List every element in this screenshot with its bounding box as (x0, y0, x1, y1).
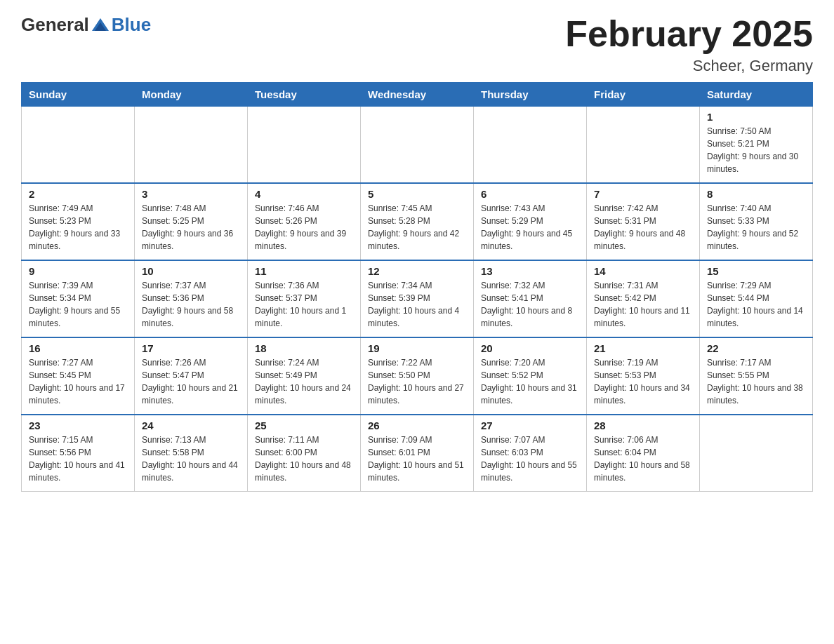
calendar-cell: 21Sunrise: 7:19 AM Sunset: 5:53 PM Dayli… (587, 337, 700, 415)
day-info: Sunrise: 7:32 AM Sunset: 5:41 PM Dayligh… (481, 279, 579, 330)
header-sunday: Sunday (22, 83, 135, 107)
calendar-cell: 11Sunrise: 7:36 AM Sunset: 5:37 PM Dayli… (248, 260, 361, 337)
day-info: Sunrise: 7:43 AM Sunset: 5:29 PM Dayligh… (481, 202, 579, 253)
header-saturday: Saturday (700, 83, 813, 107)
title-block: February 2025 Scheer, Germany (565, 14, 813, 75)
day-number: 10 (142, 265, 240, 277)
day-number: 12 (368, 265, 466, 277)
calendar-week-1: 1Sunrise: 7:50 AM Sunset: 5:21 PM Daylig… (22, 107, 813, 184)
calendar-week-4: 16Sunrise: 7:27 AM Sunset: 5:45 PM Dayli… (22, 337, 813, 415)
calendar-header: Sunday Monday Tuesday Wednesday Thursday… (22, 83, 813, 107)
logo-icon (91, 15, 110, 35)
header-friday: Friday (587, 83, 700, 107)
day-info: Sunrise: 7:48 AM Sunset: 5:25 PM Dayligh… (142, 202, 240, 253)
calendar-cell: 28Sunrise: 7:06 AM Sunset: 6:04 PM Dayli… (587, 415, 700, 492)
calendar-cell: 27Sunrise: 7:07 AM Sunset: 6:03 PM Dayli… (474, 415, 587, 492)
logo: General Blue (21, 14, 151, 36)
calendar-cell: 9Sunrise: 7:39 AM Sunset: 5:34 PM Daylig… (22, 260, 135, 337)
day-number: 17 (142, 342, 240, 354)
day-number: 16 (29, 342, 127, 354)
calendar-cell (248, 107, 361, 184)
day-number: 26 (368, 420, 466, 431)
header-monday: Monday (135, 83, 248, 107)
day-number: 11 (255, 265, 353, 277)
day-number: 1 (707, 111, 805, 123)
day-info: Sunrise: 7:36 AM Sunset: 5:37 PM Dayligh… (255, 279, 353, 330)
logo-blue-text: Blue (112, 14, 151, 36)
day-number: 27 (481, 420, 579, 431)
calendar-cell (361, 107, 474, 184)
day-info: Sunrise: 7:26 AM Sunset: 5:47 PM Dayligh… (142, 356, 240, 407)
day-info: Sunrise: 7:40 AM Sunset: 5:33 PM Dayligh… (707, 202, 805, 253)
day-info: Sunrise: 7:07 AM Sunset: 6:03 PM Dayligh… (481, 434, 579, 484)
day-info: Sunrise: 7:39 AM Sunset: 5:34 PM Dayligh… (29, 279, 127, 330)
calendar-cell (135, 107, 248, 184)
day-info: Sunrise: 7:19 AM Sunset: 5:53 PM Dayligh… (594, 356, 692, 407)
header-thursday: Thursday (474, 83, 587, 107)
calendar-cell: 16Sunrise: 7:27 AM Sunset: 5:45 PM Dayli… (22, 337, 135, 415)
calendar-table: Sunday Monday Tuesday Wednesday Thursday… (21, 82, 813, 492)
day-number: 22 (707, 342, 805, 354)
day-info: Sunrise: 7:49 AM Sunset: 5:23 PM Dayligh… (29, 202, 127, 253)
calendar-cell: 18Sunrise: 7:24 AM Sunset: 5:49 PM Dayli… (248, 337, 361, 415)
calendar-week-2: 2Sunrise: 7:49 AM Sunset: 5:23 PM Daylig… (22, 183, 813, 260)
day-number: 2 (29, 188, 127, 200)
location-text: Scheer, Germany (565, 57, 813, 75)
day-info: Sunrise: 7:29 AM Sunset: 5:44 PM Dayligh… (707, 279, 805, 330)
calendar-cell: 26Sunrise: 7:09 AM Sunset: 6:01 PM Dayli… (361, 415, 474, 492)
day-number: 25 (255, 420, 353, 431)
logo-general-text: General (21, 14, 89, 36)
calendar-cell: 22Sunrise: 7:17 AM Sunset: 5:55 PM Dayli… (700, 337, 813, 415)
day-info: Sunrise: 7:22 AM Sunset: 5:50 PM Dayligh… (368, 356, 466, 407)
day-number: 4 (255, 188, 353, 200)
header-wednesday: Wednesday (361, 83, 474, 107)
day-info: Sunrise: 7:45 AM Sunset: 5:28 PM Dayligh… (368, 202, 466, 253)
calendar-cell (587, 107, 700, 184)
header-tuesday: Tuesday (248, 83, 361, 107)
calendar-cell: 19Sunrise: 7:22 AM Sunset: 5:50 PM Dayli… (361, 337, 474, 415)
day-info: Sunrise: 7:20 AM Sunset: 5:52 PM Dayligh… (481, 356, 579, 407)
calendar-cell: 20Sunrise: 7:20 AM Sunset: 5:52 PM Dayli… (474, 337, 587, 415)
calendar-cell: 3Sunrise: 7:48 AM Sunset: 5:25 PM Daylig… (135, 183, 248, 260)
calendar-cell: 13Sunrise: 7:32 AM Sunset: 5:41 PM Dayli… (474, 260, 587, 337)
day-number: 9 (29, 265, 127, 277)
day-number: 5 (368, 188, 466, 200)
calendar-cell: 8Sunrise: 7:40 AM Sunset: 5:33 PM Daylig… (700, 183, 813, 260)
calendar-cell: 4Sunrise: 7:46 AM Sunset: 5:26 PM Daylig… (248, 183, 361, 260)
day-number: 3 (142, 188, 240, 200)
day-info: Sunrise: 7:34 AM Sunset: 5:39 PM Dayligh… (368, 279, 466, 330)
day-number: 23 (29, 420, 127, 431)
calendar-cell: 1Sunrise: 7:50 AM Sunset: 5:21 PM Daylig… (700, 107, 813, 184)
day-info: Sunrise: 7:09 AM Sunset: 6:01 PM Dayligh… (368, 434, 466, 484)
day-number: 15 (707, 265, 805, 277)
page-header: General Blue February 2025 Scheer, Germa… (21, 14, 813, 75)
day-number: 14 (594, 265, 692, 277)
day-info: Sunrise: 7:27 AM Sunset: 5:45 PM Dayligh… (29, 356, 127, 407)
day-info: Sunrise: 7:24 AM Sunset: 5:49 PM Dayligh… (255, 356, 353, 407)
day-number: 20 (481, 342, 579, 354)
day-info: Sunrise: 7:31 AM Sunset: 5:42 PM Dayligh… (594, 279, 692, 330)
day-info: Sunrise: 7:46 AM Sunset: 5:26 PM Dayligh… (255, 202, 353, 253)
calendar-cell: 23Sunrise: 7:15 AM Sunset: 5:56 PM Dayli… (22, 415, 135, 492)
calendar-cell: 25Sunrise: 7:11 AM Sunset: 6:00 PM Dayli… (248, 415, 361, 492)
calendar-cell: 2Sunrise: 7:49 AM Sunset: 5:23 PM Daylig… (22, 183, 135, 260)
day-number: 6 (481, 188, 579, 200)
day-info: Sunrise: 7:37 AM Sunset: 5:36 PM Dayligh… (142, 279, 240, 330)
calendar-cell: 12Sunrise: 7:34 AM Sunset: 5:39 PM Dayli… (361, 260, 474, 337)
day-info: Sunrise: 7:06 AM Sunset: 6:04 PM Dayligh… (594, 434, 692, 484)
day-number: 8 (707, 188, 805, 200)
day-info: Sunrise: 7:42 AM Sunset: 5:31 PM Dayligh… (594, 202, 692, 253)
header-row: Sunday Monday Tuesday Wednesday Thursday… (22, 83, 813, 107)
calendar-cell: 6Sunrise: 7:43 AM Sunset: 5:29 PM Daylig… (474, 183, 587, 260)
day-number: 18 (255, 342, 353, 354)
calendar-cell (474, 107, 587, 184)
calendar-body: 1Sunrise: 7:50 AM Sunset: 5:21 PM Daylig… (22, 107, 813, 492)
day-number: 19 (368, 342, 466, 354)
day-number: 13 (481, 265, 579, 277)
calendar-cell (700, 415, 813, 492)
day-info: Sunrise: 7:11 AM Sunset: 6:00 PM Dayligh… (255, 434, 353, 484)
calendar-week-5: 23Sunrise: 7:15 AM Sunset: 5:56 PM Dayli… (22, 415, 813, 492)
calendar-cell: 7Sunrise: 7:42 AM Sunset: 5:31 PM Daylig… (587, 183, 700, 260)
calendar-cell: 14Sunrise: 7:31 AM Sunset: 5:42 PM Dayli… (587, 260, 700, 337)
day-info: Sunrise: 7:50 AM Sunset: 5:21 PM Dayligh… (707, 125, 805, 175)
